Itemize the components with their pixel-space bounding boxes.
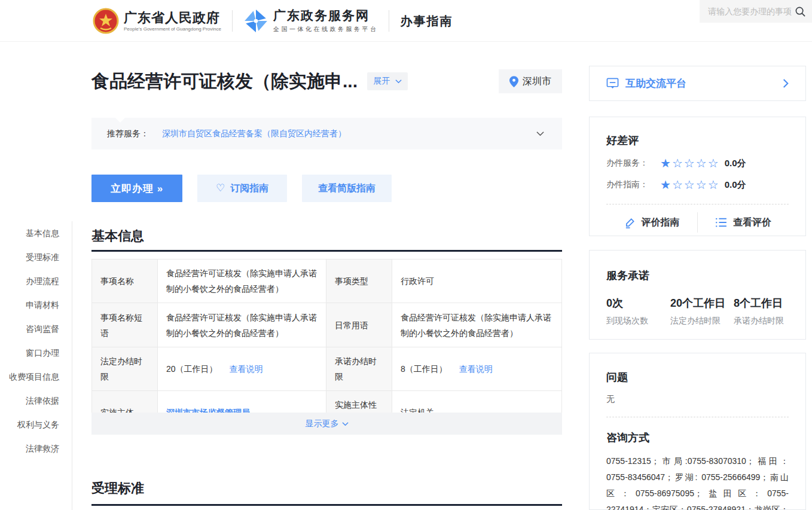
rating-row-guide: 办件指南： ★☆☆☆☆ 0.0分 [606,179,789,191]
cell-label: 事项名称短语 [92,303,158,347]
gov-logo[interactable]: 广东省人民政府 People's Government of Guangdong… [93,7,221,35]
dashed-divider [606,417,789,417]
header-search [700,0,812,23]
service-promise-panel: 服务承诺 0次 到现场次数 20个工作日 法定办结时限 8个工作日 承诺办结时限 [589,250,806,340]
portal-title: 广东政务服务网 [273,8,378,23]
rating-score: 0.0分 [725,179,746,191]
national-emblem-icon [93,7,119,35]
stat-promised-limit: 8个工作日 承诺办结时限 [734,296,789,326]
rating-heading: 好差评 [606,133,789,148]
rating-score: 0.0分 [725,158,746,169]
basic-info-rule [91,250,562,252]
cell-label: 事项名称 [92,259,158,303]
subscribe-guide-button[interactable]: ♡ 订阅指南 [197,175,287,202]
simple-guide-button[interactable]: 查看简版指南 [302,175,392,202]
pinwheel-icon [243,8,268,33]
cell-value: 食品经营许可证核发（除实施申请人承诺制的小餐饮之外的食品经营者） [158,303,326,347]
page-type-label: 办事指南 [400,13,453,29]
action-buttons: 立即办理 » ♡ 订阅指南 查看简版指南 [91,175,392,202]
page: 广东省人民政府 People's Government of Guangdong… [0,0,812,510]
list-icon [715,218,727,227]
title-expand-button[interactable]: 展开 [367,72,408,90]
rating-row-service: 办件服务： ★☆☆☆☆ 0.0分 [606,157,789,169]
page-title: 食品经营许可证核发（除实施申... [91,67,358,96]
chevron-down-icon [342,422,349,426]
gov-subtitle: People's Government of Guangdong Provinc… [124,26,221,32]
header-divider-2 [389,10,389,32]
nav-item-window[interactable]: 窗口办理 [0,341,72,365]
view-explanation-link[interactable]: 查看说明 [230,361,263,377]
nav-item-consult-supervise[interactable]: 咨询监督 [0,317,72,341]
header-divider [232,10,233,32]
nav-item-basic-info[interactable]: 基本信息 [0,221,72,245]
recommend-label: 推荐服务： [107,129,149,139]
cell-value: 20（工作日） 查看说明 [158,347,326,390]
table-row: 法定办结时限 20（工作日） 查看说明 承诺办结时限 8（工作日） 查看说明 [92,347,561,391]
consult-content: 0755-12315；市局:0755-83070310；福田：0755-8345… [606,453,789,510]
rating-guide-button[interactable]: 评价指南 [606,216,697,229]
promise-heading: 服务承诺 [606,268,789,283]
question-consult-panel: 问题 无 咨询方式 0755-12315；市局:0755-83070310；福田… [589,353,806,510]
location-pin-icon [509,76,518,87]
rating-panel: 好差评 办件服务： ★☆☆☆☆ 0.0分 办件指南： ★☆☆☆☆ 0.0分 评价… [589,117,806,236]
table-row: 事项名称短语 食品经营许可证核发（除实施申请人承诺制的小餐饮之外的食品经营者） … [92,303,561,347]
recommend-bar: 推荐服务： 深圳市自贸区食品经营备案（限自贸区内经营者） [91,118,562,149]
gov-title: 广东省人民政府 [124,11,221,25]
apply-now-button[interactable]: 立即办理 » [91,175,182,202]
nav-item-legal-remedy[interactable]: 法律救济 [0,436,72,460]
heart-icon: ♡ [216,182,225,194]
city-name: 深圳市 [523,75,551,88]
nav-item-process[interactable]: 办理流程 [0,269,72,293]
cell-value: 食品经营许可证核发（除实施申请人承诺制的小餐饮之外的食品经营者） [158,259,326,303]
accept-standard-rule [91,504,562,506]
title-row: 食品经营许可证核发（除实施申... 展开 深圳市 [91,67,562,96]
recommend-bar-notch [115,118,125,123]
cell-value: 食品经营许可证核发（除实施申请人承诺制的小餐饮之外的食品经营者） [392,303,561,347]
header: 广东省人民政府 People's Government of Guangdong… [0,0,812,42]
accept-standard-heading: 受理标准 [91,480,144,497]
stat-legal-limit: 20个工作日 法定办结时限 [670,296,734,326]
search-input[interactable] [708,7,795,16]
cell-label: 日常用语 [326,303,392,347]
cell-value: 8（工作日） 查看说明 [392,347,561,390]
basic-info-heading: 基本信息 [91,227,144,245]
cell-label: 承诺办结时限 [326,347,392,390]
chat-bubble-icon [606,78,619,90]
star-rating-icons: ★☆☆☆☆ [660,157,720,169]
basic-info-table: 事项名称 食品经营许可证核发（除实施申请人承诺制的小餐饮之外的食品经营者） 事项… [91,259,562,435]
chevron-right-icon [783,79,789,88]
pencil-icon [624,217,636,228]
table-row: 事项名称 食品经营许可证核发（除实施申请人承诺制的小餐饮之外的食品经营者） 事项… [92,259,561,303]
consult-heading: 咨询方式 [606,430,789,445]
nav-item-fees[interactable]: 收费项目信息 [0,365,72,389]
recommend-expand-chevron-icon[interactable] [536,131,544,136]
nav-item-legal-basis[interactable]: 法律依据 [0,389,72,413]
star-rating-icons: ★☆☆☆☆ [660,179,720,191]
nav-item-rights-duties[interactable]: 权利与义务 [0,413,72,436]
recommend-service-link[interactable]: 深圳市自贸区食品经营备案（限自贸区内经营者） [162,129,346,139]
city-selector[interactable]: 深圳市 [499,69,562,93]
view-ratings-button[interactable]: 查看评价 [698,216,789,229]
question-content: 无 [606,394,789,405]
show-more-button[interactable]: 显示更多 [91,413,562,435]
cell-value: 行政许可 [392,259,561,303]
cell-label: 法定办结时限 [92,347,158,390]
question-heading: 问题 [606,370,789,384]
mutual-platform-panel[interactable]: 互助交流平台 [589,66,806,101]
portal-subtitle: 全国一体化在线政务服务平台 [273,25,378,33]
search-icon[interactable] [795,6,806,17]
nav-item-materials[interactable]: 申请材料 [0,293,72,317]
left-anchor-nav: 基本信息 受理标准 办理流程 申请材料 咨询监督 窗口办理 收费项目信息 法律依… [0,221,72,510]
cell-label: 事项类型 [326,259,392,303]
portal-logo[interactable]: 广东政务服务网 全国一体化在线政务服务平台 [243,8,378,33]
stat-visits: 0次 到现场次数 [606,296,670,326]
mutual-platform-label: 互助交流平台 [625,77,686,90]
view-explanation-link[interactable]: 查看说明 [459,361,493,377]
nav-item-accept-standard[interactable]: 受理标准 [0,245,72,269]
